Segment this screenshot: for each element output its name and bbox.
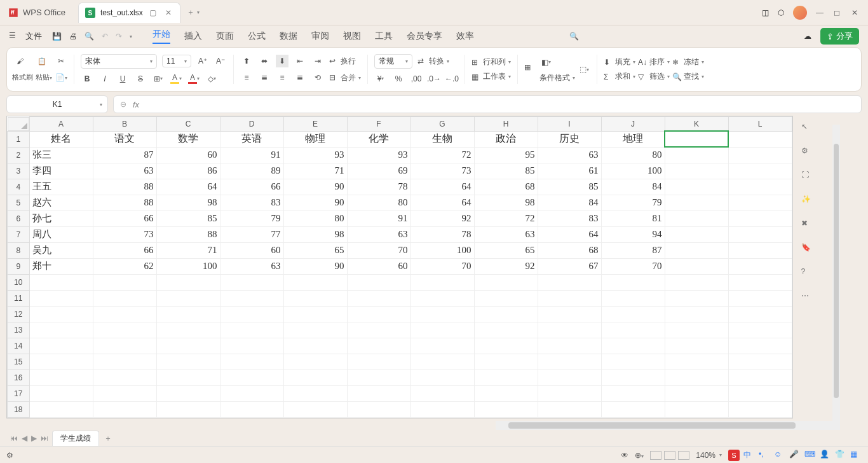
cell-A9[interactable]: 郑十 — [29, 258, 93, 274]
copy-icon[interactable]: 📄▾ — [55, 71, 67, 84]
cell-F4[interactable]: 78 — [347, 179, 410, 195]
more-icon[interactable]: ⋯ — [801, 291, 813, 303]
hamburger-icon[interactable]: ☰ — [9, 31, 19, 41]
cell-style-icon[interactable]: ◧▾ — [539, 56, 552, 69]
cell-L3[interactable] — [728, 163, 792, 179]
cell-J10[interactable] — [601, 274, 665, 290]
select-all-corner[interactable] — [8, 117, 29, 131]
horizontal-scrollbar[interactable] — [496, 421, 834, 430]
cell-G18[interactable] — [410, 401, 474, 417]
cell-L18[interactable] — [728, 401, 792, 417]
border-button[interactable]: ⊞▾ — [152, 73, 165, 85]
tools-icon[interactable]: ✖ — [801, 219, 813, 230]
keyboard-icon[interactable]: ⌨ — [804, 450, 816, 461]
tab-页面[interactable]: 页面 — [216, 31, 234, 42]
cell-H7[interactable]: 63 — [474, 226, 538, 242]
cell-H5[interactable]: 98 — [474, 195, 538, 211]
tab-插入[interactable]: 插入 — [184, 31, 202, 42]
row-header-4[interactable]: 4 — [8, 179, 30, 195]
zoom-control[interactable]: 140% ▾ — [696, 451, 722, 460]
cell-J7[interactable]: 94 — [601, 226, 665, 242]
cell-H15[interactable] — [474, 354, 538, 370]
bold-button[interactable]: B — [81, 73, 93, 85]
cell-L7[interactable] — [728, 226, 792, 242]
tab-公式[interactable]: 公式 — [248, 31, 266, 42]
cell-E4[interactable]: 90 — [283, 179, 347, 195]
cell-B5[interactable]: 88 — [93, 195, 156, 211]
mic-icon[interactable]: 🎤 — [789, 450, 801, 461]
cell-H3[interactable]: 85 — [474, 163, 538, 179]
cell-J5[interactable]: 79 — [601, 195, 665, 211]
cell-F15[interactable] — [347, 354, 410, 370]
underline-button[interactable]: U — [116, 73, 129, 85]
cell-F10[interactable] — [347, 274, 410, 290]
name-box[interactable]: K1 ▾ — [6, 95, 108, 113]
col-header-J[interactable]: J — [601, 117, 665, 132]
cell-C13[interactable] — [156, 322, 220, 338]
col-header-C[interactable]: C — [156, 117, 220, 132]
file-tab[interactable]: S test_out.xlsx ▢ ✕ — [78, 3, 180, 23]
sheet-tab[interactable]: 学生成绩 — [52, 431, 99, 446]
sum-button[interactable]: Σ求和▾ — [604, 71, 635, 82]
cell-G15[interactable] — [410, 354, 474, 370]
row-col-button[interactable]: ⊞行和列▾ — [471, 57, 511, 67]
cell-A6[interactable]: 孙七 — [29, 211, 93, 226]
grid-tray-icon[interactable]: ▦ — [850, 450, 862, 461]
cell-E8[interactable]: 65 — [283, 242, 347, 258]
cell-C16[interactable] — [156, 370, 220, 385]
cell-J13[interactable] — [601, 322, 665, 338]
cell-D5[interactable]: 83 — [220, 195, 283, 211]
fill-button[interactable]: ⬇填充▾ — [604, 57, 635, 67]
decrease-indent-icon[interactable]: ⇤ — [294, 55, 306, 67]
tab-开始[interactable]: 开始 — [153, 29, 170, 44]
cell-A14[interactable] — [29, 338, 93, 354]
freeze-button[interactable]: ❄冻结▾ — [672, 57, 704, 67]
cell-C8[interactable]: 71 — [156, 242, 220, 258]
cell-I10[interactable] — [538, 274, 601, 290]
cell-A7[interactable]: 周八 — [29, 226, 93, 242]
cell-E15[interactable] — [283, 354, 347, 370]
sheet-next-icon[interactable]: ▶ — [31, 434, 37, 443]
cell-A2[interactable]: 张三 — [29, 147, 93, 163]
cell-D14[interactable] — [220, 338, 283, 354]
cell-F1[interactable]: 化学 — [347, 131, 410, 147]
cell-B11[interactable] — [93, 290, 156, 306]
table-style-button[interactable]: ▦ — [524, 63, 537, 76]
normal-view-icon[interactable] — [650, 451, 661, 460]
share-button[interactable]: ⇪ 分享 — [820, 28, 859, 45]
cell-K1[interactable] — [665, 131, 728, 147]
cell-G10[interactable] — [410, 274, 474, 290]
cell-G8[interactable]: 100 — [410, 242, 474, 258]
sort-button[interactable]: A↓排序▾ — [638, 57, 670, 67]
cell-E3[interactable]: 71 — [283, 163, 347, 179]
cell-K3[interactable] — [665, 163, 728, 179]
cell-B17[interactable] — [93, 385, 156, 401]
cell-K10[interactable] — [665, 274, 728, 290]
vertical-scrollbar[interactable] — [832, 125, 840, 438]
bookmark-icon[interactable]: 🔖 — [801, 243, 813, 254]
cell-C12[interactable] — [156, 306, 220, 322]
cell-J11[interactable] — [601, 290, 665, 306]
cell-G14[interactable] — [410, 338, 474, 354]
chevron-down-icon[interactable]: ▾ — [197, 10, 200, 15]
cell-E12[interactable] — [283, 306, 347, 322]
cell-C14[interactable] — [156, 338, 220, 354]
cell-B12[interactable] — [93, 306, 156, 322]
avatar[interactable] — [793, 6, 807, 20]
cell-I3[interactable]: 61 — [538, 163, 601, 179]
cell-A8[interactable]: 吴九 — [29, 242, 93, 258]
cell-D16[interactable] — [220, 370, 283, 385]
maximize-icon[interactable]: ◻ — [834, 8, 843, 17]
spreadsheet[interactable]: ABCDEFGHIJKL1姓名语文数学英语物理化学生物政治历史地理2张三8760… — [6, 116, 793, 418]
cell-G7[interactable]: 78 — [410, 226, 474, 242]
tab-工具[interactable]: 工具 — [375, 31, 393, 42]
panel-icon[interactable]: ◫ — [762, 8, 769, 17]
row-header-6[interactable]: 6 — [8, 211, 30, 226]
cell-L1[interactable] — [728, 131, 792, 147]
paste-button[interactable]: 📋 粘贴▾ — [36, 57, 52, 82]
undo-icon[interactable]: ↶ — [102, 32, 108, 41]
align-middle-icon[interactable]: ⬌ — [258, 55, 271, 67]
cell-K17[interactable] — [665, 385, 728, 401]
cloud-icon[interactable]: ☁ — [804, 32, 811, 41]
align-bottom-icon[interactable]: ⬇ — [276, 55, 288, 67]
